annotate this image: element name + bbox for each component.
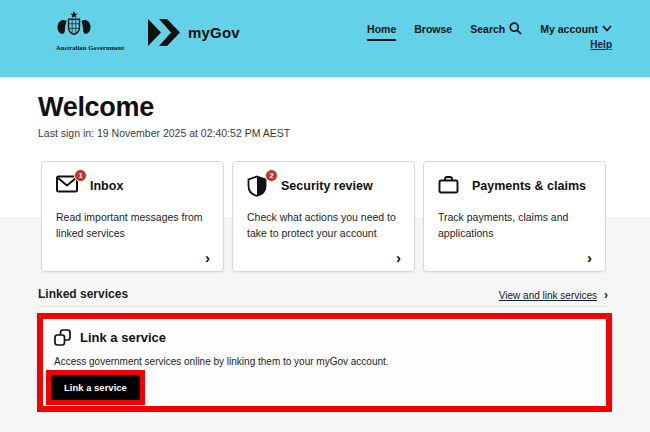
chevron-down-icon [602, 25, 612, 32]
chevron-right-icon: › [587, 250, 592, 265]
security-card-title: Security review [281, 179, 373, 193]
help-link[interactable]: Help [590, 39, 612, 50]
last-sign-in-text: Last sign in: 19 November 2025 at 02:40:… [38, 127, 290, 139]
nav-search-label: Search [470, 23, 505, 35]
chevron-right-icon: › [604, 288, 608, 302]
nav-home-label: Home [367, 23, 396, 35]
header: Australian Government myGov Home Browse … [0, 0, 650, 77]
inbox-card-title: Inbox [90, 179, 123, 193]
link-a-service-button-annotation: Link a service [46, 370, 145, 405]
chevron-right-icon: › [396, 250, 401, 265]
briefcase-icon [438, 175, 459, 194]
payments-card-description: Track payments, claims and applications [438, 210, 594, 242]
security-notification-badge: 2 [265, 169, 278, 182]
coat-of-arms-icon [54, 10, 94, 43]
mygov-logo-text: myGov [188, 24, 240, 41]
security-card-description: Check what actions you need to take to p… [247, 210, 403, 242]
link-icon [54, 329, 71, 346]
briefcase-icon-wrap [438, 175, 462, 197]
inbox-notification-badge: 1 [74, 169, 87, 182]
panel-title: Link a service [80, 330, 166, 345]
australian-government-crest: Australian Government [54, 10, 126, 51]
inbox-card-description: Read important messages from linked serv… [56, 210, 212, 242]
panel-header: Link a service [54, 329, 166, 346]
link-a-service-button[interactable]: Link a service [51, 375, 140, 400]
view-and-link-services-link[interactable]: View and link services › [499, 288, 608, 302]
panel-description: Access government services online by lin… [54, 356, 389, 367]
search-icon [509, 22, 522, 35]
shield-icon [247, 175, 267, 197]
nav-item-search[interactable]: Search [470, 22, 522, 35]
linked-services-heading: Linked services [38, 287, 128, 301]
payments-card-title: Payments & claims [472, 179, 586, 193]
page-title: Welcome [38, 92, 154, 123]
nav-browse-label: Browse [414, 23, 452, 35]
shield-icon-wrap: 2 [247, 175, 271, 197]
nav-item-my-account[interactable]: My account [540, 23, 612, 35]
link-a-service-panel-annotation: Link a service Access government service… [37, 313, 612, 412]
payments-claims-card[interactable]: Payments & claims Track payments, claims… [423, 161, 606, 272]
inbox-card[interactable]: 1 Inbox Read important messages from lin… [41, 161, 224, 272]
quick-link-cards: 1 Inbox Read important messages from lin… [41, 161, 606, 272]
chevron-right-icon: › [205, 250, 210, 265]
crest-caption: Australian Government [54, 44, 126, 51]
mail-icon-wrap: 1 [56, 175, 80, 197]
mygov-logo: myGov [148, 19, 240, 46]
top-navigation: Home Browse Search My account [367, 22, 612, 35]
security-review-card[interactable]: 2 Security review Check what actions you… [232, 161, 415, 272]
view-link-label: View and link services [499, 290, 597, 301]
nav-my-account-label: My account [540, 23, 598, 35]
nav-item-home[interactable]: Home [367, 23, 396, 35]
mygov-dashboard: Australian Government myGov Home Browse … [0, 0, 650, 432]
section-divider [38, 306, 608, 307]
mygov-chevrons-icon [148, 19, 180, 46]
nav-item-browse[interactable]: Browse [414, 23, 452, 35]
mygov-home-logo[interactable]: Australian Government myGov [54, 10, 240, 51]
